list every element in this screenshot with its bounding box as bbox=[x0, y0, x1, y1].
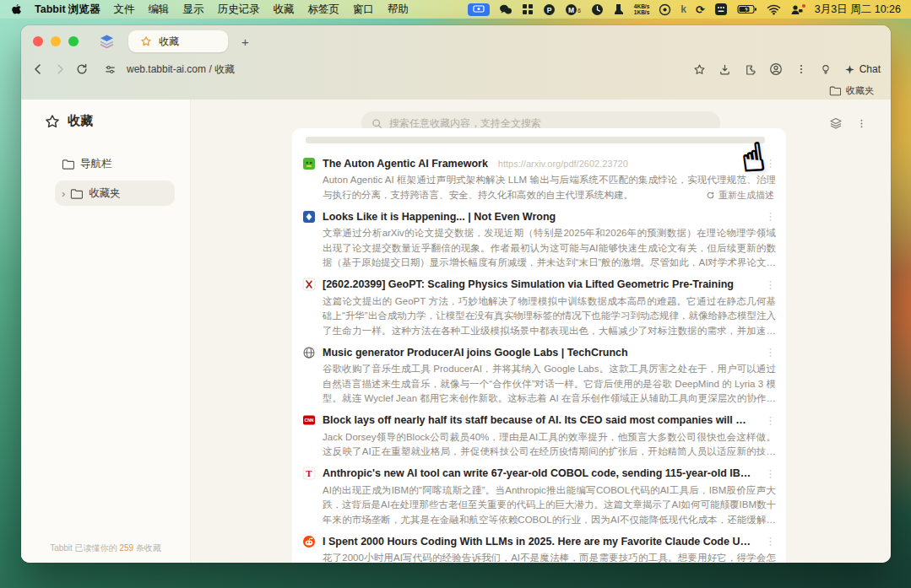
bookmark-item[interactable]: The Auton Agentic AI Framework https://a… bbox=[302, 156, 776, 202]
regenerate-description-button[interactable]: 重新生成描述 bbox=[697, 189, 774, 202]
star-badge-icon bbox=[45, 114, 60, 129]
bookmark-description: 花了2000小时用AI写代码的经验告诉我们，AI不是魔法棒，而是需要技巧的工具。… bbox=[323, 551, 776, 563]
menubar-menu[interactable]: 标签页 bbox=[308, 3, 340, 17]
menubar-clock[interactable]: 3月3日 周二 10:26 bbox=[815, 3, 901, 17]
tab-favicon-star-icon bbox=[140, 35, 152, 47]
refresh-icon bbox=[706, 191, 715, 200]
profile-avatar-icon[interactable] bbox=[769, 62, 783, 76]
item-menu-button[interactable]: ⋮ bbox=[758, 278, 776, 291]
item-menu-button[interactable]: ⋮ bbox=[758, 467, 776, 480]
item-menu-button[interactable]: ⋮ bbox=[758, 157, 776, 170]
tabbit-logo-icon[interactable] bbox=[99, 34, 115, 49]
sidebar-items: 导航栏 › 收藏夹 bbox=[21, 151, 190, 206]
bookmark-title[interactable]: Anthropic's new AI tool can write 67-yea… bbox=[323, 467, 751, 479]
address-url[interactable]: web.tabbit-ai.com / 收藏 bbox=[127, 62, 235, 77]
main-area: The Auton Agentic AI Framework https://a… bbox=[191, 100, 891, 563]
forward-button[interactable] bbox=[53, 62, 67, 76]
back-button[interactable] bbox=[31, 62, 45, 76]
window-manager-icon[interactable] bbox=[522, 3, 534, 16]
favicon-blue bbox=[302, 210, 316, 224]
bookmark-title[interactable]: I Spent 2000 Hours Coding With LLMs in 2… bbox=[323, 536, 751, 548]
extensions-icon[interactable] bbox=[744, 63, 756, 76]
zoom-window-button[interactable] bbox=[68, 36, 79, 46]
browser-window: 收藏 + web.tabbit-ai.com / 收藏 bbox=[21, 25, 891, 563]
favicon-reddit bbox=[302, 535, 316, 548]
screen-record-icon[interactable] bbox=[659, 3, 671, 16]
bookmarks-list: The Auton Agentic AI Framework https://a… bbox=[302, 156, 776, 563]
sidebar-title: 收藏 bbox=[68, 113, 93, 129]
window-controls bbox=[33, 36, 79, 46]
screen-mirroring-indicator-icon[interactable] bbox=[468, 3, 490, 16]
bookmark-url[interactable]: https://arxiv.org/pdf/2602.23720 bbox=[498, 159, 628, 169]
account-notification-icon[interactable] bbox=[790, 3, 803, 16]
bookmark-item[interactable]: Looks Like it is Happening... | Not Even… bbox=[302, 209, 776, 271]
new-tab-button[interactable]: + bbox=[241, 35, 249, 48]
reload-button[interactable] bbox=[75, 62, 89, 76]
sidebar: 收藏 导航栏 › 收藏夹 Tabbit 已读懂你的 259 条收藏 bbox=[21, 100, 191, 563]
p-app-icon[interactable]: P bbox=[543, 3, 556, 16]
menubar-menu[interactable]: Tabbit 浏览器 bbox=[35, 3, 100, 17]
close-window-button[interactable] bbox=[33, 36, 43, 46]
folder-icon bbox=[62, 159, 74, 170]
network-speed-indicator[interactable]: 4KB/s 1KB/s bbox=[634, 3, 649, 15]
layers-view-icon[interactable] bbox=[829, 116, 843, 130]
sidebar-folder-label: 收藏夹 bbox=[89, 186, 121, 201]
browser-tab[interactable]: 收藏 bbox=[128, 30, 228, 52]
chat-button[interactable]: Chat bbox=[844, 63, 881, 75]
bookmark-item[interactable]: CNN Block lays off nearly half its staff… bbox=[302, 413, 776, 460]
bookmark-title[interactable]: Looks Like it is Happening... | Not Even… bbox=[323, 211, 556, 223]
dock-app-icon[interactable] bbox=[613, 3, 625, 16]
download-button[interactable] bbox=[718, 63, 731, 76]
minimize-window-button[interactable] bbox=[51, 36, 61, 46]
menubar-menu[interactable]: 窗口 bbox=[353, 3, 374, 17]
bookmark-star-button[interactable] bbox=[693, 63, 706, 76]
menubar-menu[interactable]: 帮助 bbox=[388, 3, 409, 17]
menubar-menu[interactable]: 历史记录 bbox=[218, 3, 260, 17]
chat-app-icon[interactable] bbox=[499, 3, 512, 16]
clipped-previous-item-text bbox=[306, 137, 765, 143]
search-input[interactable] bbox=[389, 117, 710, 129]
bookmark-description: 谷歌收购了音乐生成工具 ProducerAI，并将其纳入 Google Labs… bbox=[323, 362, 776, 407]
clock-app-icon[interactable] bbox=[591, 3, 604, 16]
item-menu-button[interactable]: ⋮ bbox=[758, 346, 776, 359]
bookmark-item[interactable]: [2602.20399] GeoPT: Scaling Physics Simu… bbox=[302, 278, 776, 339]
menubar-menu[interactable]: 显示 bbox=[183, 3, 204, 17]
spark-icon bbox=[844, 64, 855, 75]
bookmarks-bar-folder-label[interactable]: 收藏夹 bbox=[846, 84, 874, 97]
m-app-icon[interactable]: M6 bbox=[565, 3, 582, 16]
bookmark-title[interactable]: [2602.20399] GeoPT: Scaling Physics Simu… bbox=[323, 278, 734, 290]
bookmark-item[interactable]: T Anthropic's new AI tool can write 67-y… bbox=[302, 467, 776, 528]
bookmark-item[interactable]: Music generator ProducerAI joins Google … bbox=[302, 345, 776, 407]
battery-charging-icon[interactable] bbox=[737, 3, 757, 16]
item-menu-button[interactable]: ⋮ bbox=[758, 210, 776, 223]
k-app-icon[interactable]: k bbox=[681, 3, 686, 15]
apple-logo-icon[interactable] bbox=[10, 3, 21, 16]
browser-menu-button[interactable] bbox=[795, 63, 807, 75]
item-menu-button[interactable]: ⋮ bbox=[758, 535, 776, 548]
bookmark-title[interactable]: Music generator ProducerAI joins Google … bbox=[323, 347, 628, 359]
folder-icon bbox=[70, 188, 83, 199]
item-menu-button[interactable]: ⋮ bbox=[758, 414, 776, 427]
favicon-toms: T bbox=[302, 467, 316, 480]
favicon-green bbox=[302, 157, 316, 170]
menubar-menu[interactable]: 文件 bbox=[114, 3, 135, 17]
browser-chrome: 收藏 + web.tabbit-ai.com / 收藏 bbox=[21, 25, 891, 100]
svg-text:CNN: CNN bbox=[305, 418, 314, 423]
bookmarks-list-card: The Auton Agentic AI Framework https://a… bbox=[292, 128, 786, 563]
bookmark-title[interactable]: The Auton Agentic AI Framework bbox=[323, 158, 488, 170]
input-method-icon[interactable] bbox=[714, 3, 728, 16]
assistant-bulb-icon[interactable] bbox=[820, 63, 832, 76]
svg-text:6: 6 bbox=[578, 7, 581, 13]
menubar-menu[interactable]: 收藏 bbox=[274, 3, 295, 17]
sync-icon[interactable]: ⟳ bbox=[696, 3, 705, 16]
sidebar-folder-item[interactable]: 导航栏 bbox=[55, 151, 175, 176]
bookmark-description: AI的出现正成为IBM的“阿喀琉斯之踵”。当Anthropic推出能编写COBO… bbox=[323, 483, 776, 528]
sidebar-folder-item[interactable]: › 收藏夹 bbox=[55, 181, 175, 206]
bookmark-title[interactable]: Block lays off nearly half its staff bec… bbox=[323, 414, 751, 426]
menubar-menu[interactable]: 编辑 bbox=[149, 3, 170, 17]
site-settings-icon[interactable] bbox=[104, 63, 117, 76]
bookmark-item[interactable]: I Spent 2000 Hours Coding With LLMs in 2… bbox=[302, 534, 776, 563]
wifi-icon[interactable] bbox=[767, 3, 781, 16]
main-menu-kebab-icon[interactable] bbox=[856, 117, 867, 130]
favicon-arxiv bbox=[302, 278, 316, 291]
